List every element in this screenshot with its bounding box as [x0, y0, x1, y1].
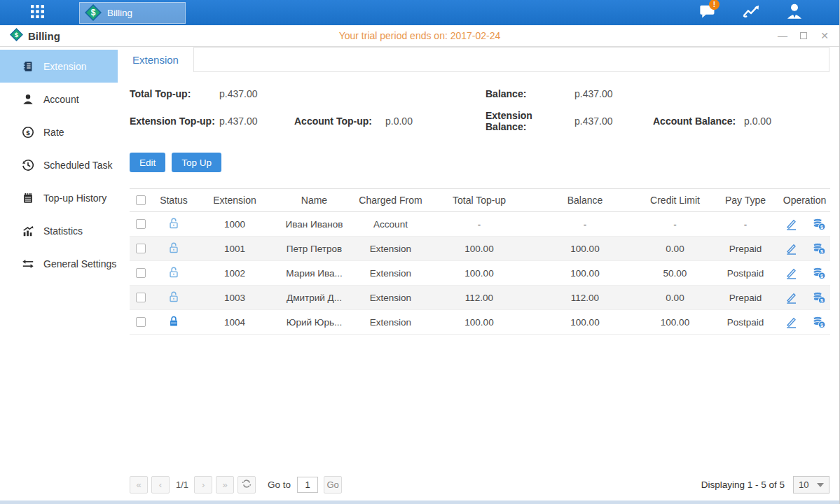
prev-page-button[interactable]: ‹	[151, 476, 170, 493]
total-topup-cell: 112.00	[427, 286, 532, 310]
account-balance-value: p.0.00	[744, 115, 829, 127]
taskbar-billing-button[interactable]: $ Billing	[79, 2, 186, 24]
edit-button[interactable]: Edit	[130, 153, 165, 172]
svg-text:$: $	[820, 225, 823, 230]
edit-icon[interactable]	[784, 315, 798, 329]
row-checkbox[interactable]	[136, 293, 146, 302]
extension-balance-value: p.437.00	[574, 115, 653, 127]
topup-icon[interactable]: $	[812, 266, 826, 280]
balance-cell: 100.00	[532, 310, 638, 335]
credit-limit-cell: 0.00	[638, 286, 712, 310]
extension-topup-label: Extension Top-up:	[130, 115, 219, 127]
row-checkbox[interactable]	[136, 268, 146, 278]
pay-type-cell: Postpaid	[712, 310, 779, 335]
app-launcher-button[interactable]	[25, 2, 49, 23]
sidebar: ExtensionAccount$RateScheduled TaskTop-u…	[0, 47, 118, 500]
column-header-credit-limit: Credit Limit	[638, 189, 712, 212]
refresh-icon	[242, 479, 252, 491]
topup-icon[interactable]: $	[812, 315, 826, 329]
apps-grid-icon	[31, 5, 44, 21]
sidebar-item-label: Statistics	[43, 225, 83, 237]
next-page-button[interactable]: ›	[194, 476, 212, 493]
action-toolbar: Edit Top Up	[130, 153, 829, 172]
last-page-button[interactable]: »	[216, 476, 234, 493]
maximize-button[interactable]	[799, 31, 808, 41]
topup-icon[interactable]: $	[812, 290, 826, 304]
top-up-button[interactable]: Top Up	[172, 153, 221, 172]
trial-notice: Your trial period ends on: 2017-02-24	[0, 30, 839, 41]
edit-icon[interactable]	[784, 290, 798, 304]
sidebar-item-label: Scheduled Task	[43, 160, 113, 171]
taskbar-billing-label: Billing	[107, 8, 132, 18]
window-titlebar: $ Billing Your trial period ends on: 201…	[0, 25, 839, 47]
window-title: Billing	[28, 30, 60, 42]
refresh-button[interactable]	[237, 476, 256, 493]
operation-cell: $	[779, 310, 830, 335]
user-account-button[interactable]	[782, 2, 807, 23]
unlocked-icon	[167, 266, 180, 279]
pay-type-cell: Prepaid	[712, 286, 779, 310]
svg-text:$: $	[91, 8, 96, 18]
page-size-select[interactable]: 10	[793, 476, 829, 493]
total-topup-value: p.437.00	[219, 88, 294, 99]
unlocked-icon	[167, 217, 180, 230]
total-topup-label: Total Top-up:	[130, 88, 219, 99]
sidebar-item-scheduled-task[interactable]: Scheduled Task	[0, 148, 118, 181]
svg-text:$: $	[26, 128, 30, 136]
charged-from-cell: Extension	[354, 237, 427, 261]
row-checkbox[interactable]	[136, 219, 146, 229]
row-select-cell	[130, 286, 152, 310]
billing-diamond-icon-small: $	[10, 28, 23, 44]
first-page-button[interactable]: «	[130, 476, 148, 493]
person-icon	[785, 2, 804, 23]
sidebar-item-statistics[interactable]: Statistics	[0, 214, 118, 247]
edit-icon[interactable]	[784, 217, 798, 231]
go-button[interactable]: Go	[324, 476, 342, 493]
sidebar-item-label: Extension	[43, 61, 86, 72]
name-cell: Иван Иванов	[274, 212, 354, 237]
status-cell	[152, 310, 195, 335]
close-button[interactable]: ✕	[820, 31, 829, 41]
select-all-checkbox[interactable]	[136, 195, 146, 205]
sidebar-item-extension[interactable]: Extension	[0, 50, 118, 83]
unlocked-icon	[167, 290, 180, 303]
sidebar-item-general-settings[interactable]: General Settings	[0, 247, 118, 280]
edit-icon[interactable]	[784, 241, 798, 255]
topup-icon[interactable]: $	[812, 241, 826, 255]
balance-cell: -	[532, 212, 638, 237]
account-icon	[21, 92, 34, 106]
edit-icon[interactable]	[784, 266, 798, 280]
minimize-button[interactable]: —	[778, 31, 787, 41]
sidebar-item-label: Top-up History	[43, 192, 106, 204]
sidebar-item-top-up-history[interactable]: Top-up History	[0, 181, 118, 214]
column-header-charged-from: Charged From	[354, 189, 427, 212]
table-row: 1000Иван ИвановAccount----$	[130, 212, 830, 237]
status-cell	[152, 212, 195, 237]
window-body: ExtensionAccount$RateScheduled TaskTop-u…	[0, 47, 839, 500]
account-balance-label: Account Balance:	[653, 115, 744, 127]
pagination-bar: « ‹ 1/1 › » Go to	[130, 476, 829, 493]
extension-cell: 1000	[195, 212, 274, 237]
balance-value: p.437.00	[574, 88, 653, 99]
row-checkbox[interactable]	[136, 244, 146, 253]
statistics-icon	[21, 224, 34, 237]
notifications-button[interactable]: !	[695, 2, 720, 23]
column-header-operation: Operation	[779, 189, 830, 212]
row-checkbox[interactable]	[136, 317, 146, 327]
operation-cell: $	[779, 237, 830, 261]
name-cell: Дмитрий Д...	[274, 286, 354, 310]
goto-page-input[interactable]	[297, 477, 318, 493]
tab-extension[interactable]: Extension	[118, 47, 193, 72]
column-header-extension: Extension	[195, 189, 274, 212]
sidebar-item-rate[interactable]: $Rate	[0, 115, 118, 148]
charged-from-cell: Extension	[354, 310, 427, 335]
notification-badge: !	[709, 0, 719, 10]
extension-cell: 1004	[195, 310, 274, 335]
topup-icon[interactable]: $	[812, 217, 826, 231]
resource-monitor-button[interactable]	[738, 2, 764, 23]
billing-app-window: $ Billing !	[0, 0, 840, 504]
page-size-value: 10	[799, 479, 808, 490]
pay-type-cell: Prepaid	[712, 237, 779, 261]
sidebar-item-account[interactable]: Account	[0, 83, 118, 115]
pagination-right: Displaying 1 - 5 of 5 10	[701, 476, 829, 493]
